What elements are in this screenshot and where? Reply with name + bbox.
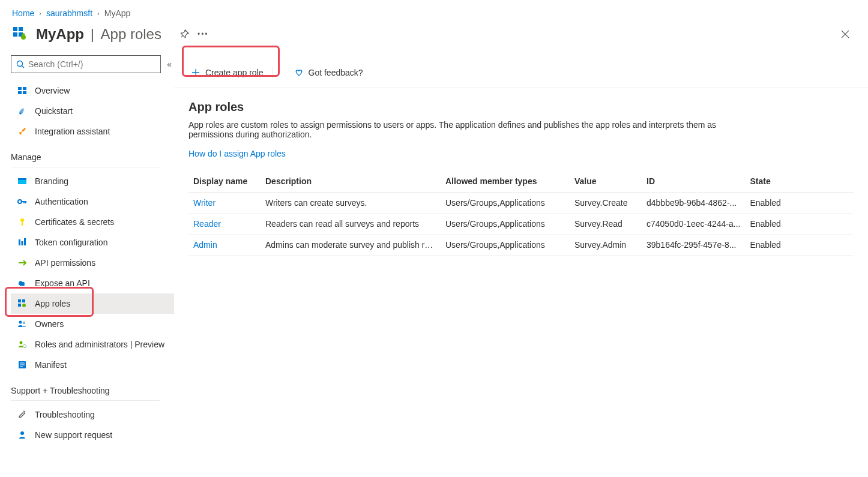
wrench-icon xyxy=(17,409,28,420)
more-icon[interactable]: ••• xyxy=(197,30,209,38)
feedback-button[interactable]: Got feedback? xyxy=(289,65,368,80)
sidebar-item-owners[interactable]: Owners xyxy=(11,314,174,334)
app-roles-icon xyxy=(17,298,28,309)
th-state[interactable]: State xyxy=(745,170,854,193)
table-row[interactable]: ReaderReaders can read all surveys and r… xyxy=(188,214,854,235)
sidebar-item-label: App roles xyxy=(35,299,70,308)
sidebar-item-label: Branding xyxy=(35,176,68,186)
owners-icon xyxy=(17,319,28,329)
svg-rect-19 xyxy=(22,241,23,245)
role-name-link[interactable]: Reader xyxy=(193,219,221,229)
sidebar-item-label: Token configuration xyxy=(35,238,107,247)
role-types: Users/Groups,Applications xyxy=(441,235,570,256)
role-types: Users/Groups,Applications xyxy=(441,214,570,235)
sidebar-item-troubleshooting[interactable]: Troubleshooting xyxy=(11,404,174,425)
svg-point-11 xyxy=(19,112,21,114)
chevron-right-icon: › xyxy=(97,10,100,17)
role-desc: Admins can moderate survey and publish r… xyxy=(261,235,441,256)
sidebar-item-support-request[interactable]: New support request xyxy=(11,425,174,445)
th-id[interactable]: ID xyxy=(642,170,745,193)
svg-point-26 xyxy=(23,322,25,324)
svg-rect-7 xyxy=(18,87,22,90)
role-id: c74050d0-1eec-4244-a... xyxy=(642,214,745,235)
svg-rect-8 xyxy=(23,87,26,90)
sidebar-item-roles-admin[interactable]: Roles and administrators | Preview xyxy=(11,334,174,355)
svg-rect-16 xyxy=(22,221,23,226)
sidebar-item-integration[interactable]: Integration assistant xyxy=(11,121,174,142)
pin-icon[interactable] xyxy=(178,28,191,41)
auth-icon xyxy=(17,196,28,207)
assign-roles-link[interactable]: How do I assign App roles xyxy=(188,149,286,158)
th-member-types[interactable]: Allowed member types xyxy=(441,170,570,193)
close-icon[interactable] xyxy=(840,29,850,39)
role-value: Survey.Admin xyxy=(570,235,642,256)
sidebar-item-expose-api[interactable]: Expose an API xyxy=(11,273,174,293)
token-icon xyxy=(17,237,28,248)
svg-point-25 xyxy=(19,321,22,324)
role-state: Enabled xyxy=(745,235,854,256)
search-icon xyxy=(16,60,25,68)
sidebar-item-label: Manifest xyxy=(35,360,67,370)
svg-point-27 xyxy=(20,341,23,344)
sidebar-item-token[interactable]: Token configuration xyxy=(11,232,174,253)
sidebar-item-overview[interactable]: Overview xyxy=(11,80,174,101)
role-id: d4bbbe9b-96b4-4862-... xyxy=(642,193,745,214)
th-value[interactable]: Value xyxy=(570,170,642,193)
heart-icon xyxy=(294,68,304,77)
svg-point-24 xyxy=(22,304,26,307)
th-description[interactable]: Description xyxy=(261,170,441,193)
svg-rect-23 xyxy=(18,304,21,307)
sidebar-group-manage: Manage xyxy=(11,142,160,167)
svg-rect-18 xyxy=(19,239,20,245)
role-state: Enabled xyxy=(745,214,854,235)
feedback-label: Got feedback? xyxy=(309,68,363,77)
create-label: Create app role xyxy=(205,68,264,77)
sidebar-item-label: Troubleshooting xyxy=(35,410,95,419)
toolbar: Create app role Got feedback? xyxy=(174,55,868,88)
collapse-icon[interactable]: « xyxy=(167,59,172,69)
sidebar-item-branding[interactable]: Branding xyxy=(11,171,174,191)
svg-rect-21 xyxy=(18,299,21,302)
breadcrumb-home[interactable]: Home xyxy=(12,8,34,18)
sidebar-item-label: Owners xyxy=(35,319,64,329)
role-name-link[interactable]: Admin xyxy=(193,240,217,250)
sidebar-item-authentication[interactable]: Authentication xyxy=(11,191,174,212)
page-title: MyApp xyxy=(36,26,84,43)
content-heading: App roles xyxy=(188,100,854,114)
svg-point-30 xyxy=(20,431,24,435)
admin-icon xyxy=(17,339,28,350)
sidebar: « Overview Quickstart Integration assist… xyxy=(0,55,174,445)
th-display-name[interactable]: Display name xyxy=(188,170,261,193)
breadcrumb-user[interactable]: saurabhmsft xyxy=(46,8,92,18)
sidebar-item-certificates[interactable]: Certificates & secrets xyxy=(11,212,174,232)
sidebar-item-label: Integration assistant xyxy=(35,127,110,136)
sidebar-item-quickstart[interactable]: Quickstart xyxy=(11,101,174,121)
sidebar-item-manifest[interactable]: Manifest xyxy=(11,355,174,375)
support-icon xyxy=(17,430,28,440)
table-row[interactable]: WriterWriters can create surveys.Users/G… xyxy=(188,193,854,214)
role-state: Enabled xyxy=(745,193,854,214)
sidebar-item-label: Certificates & secrets xyxy=(35,217,114,227)
content-description: App roles are custom roles to assign per… xyxy=(188,120,717,139)
page-header: MyApp | App roles ••• xyxy=(0,23,868,55)
quickstart-icon xyxy=(17,106,28,116)
sidebar-item-label: Overview xyxy=(35,86,70,95)
create-app-role-button[interactable]: Create app role xyxy=(186,65,277,80)
overview-icon xyxy=(17,85,28,96)
sidebar-item-api-permissions[interactable]: API permissions xyxy=(11,253,174,273)
main-content: Create app role Got feedback? App roles … xyxy=(174,55,868,445)
svg-rect-13 xyxy=(18,178,26,180)
app-icon xyxy=(12,25,30,43)
svg-rect-20 xyxy=(24,238,26,245)
key-icon xyxy=(17,217,28,227)
table-row[interactable]: AdminAdmins can moderate survey and publ… xyxy=(188,235,854,256)
sidebar-item-label: API permissions xyxy=(35,258,95,268)
search-input[interactable] xyxy=(11,55,161,73)
role-name-link[interactable]: Writer xyxy=(193,198,215,208)
svg-rect-22 xyxy=(22,299,25,302)
sidebar-item-app-roles[interactable]: App roles xyxy=(11,293,174,314)
svg-rect-2 xyxy=(13,32,17,37)
roles-table: Display name Description Allowed member … xyxy=(188,170,854,256)
rocket-icon xyxy=(17,126,28,137)
svg-rect-9 xyxy=(18,91,22,94)
